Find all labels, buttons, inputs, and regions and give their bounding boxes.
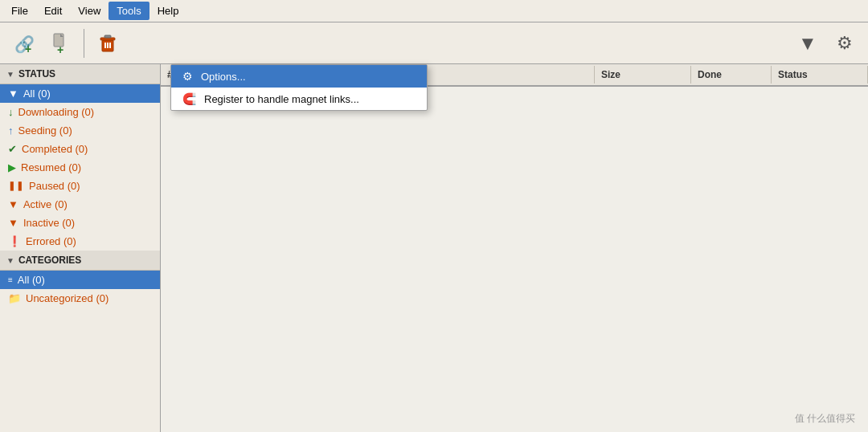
categories-section-label: CATEGORIES	[18, 255, 81, 266]
menu-help[interactable]: Help	[149, 2, 187, 20]
main-layout: ▼ STATUS ▼ All (0) ↓ Downloading (0) ↑ S…	[0, 64, 868, 432]
sidebar-item-errored[interactable]: ❗ Errored (0)	[0, 232, 160, 251]
categories-section-header: ▼ CATEGORIES	[0, 251, 160, 271]
active-icon: ▼	[8, 198, 18, 210]
menu-edit[interactable]: Edit	[36, 2, 70, 20]
filter-icon: ▼	[8, 88, 18, 100]
menu-tools[interactable]: Tools	[108, 2, 149, 20]
add-link-button[interactable]: 🔗 +	[6, 26, 40, 60]
sidebar-item-inactive-label: Inactive (0)	[23, 217, 75, 229]
completed-icon: ✔	[8, 143, 17, 155]
sidebar-item-all[interactable]: ▼ All (0)	[0, 84, 160, 103]
paused-icon: ❚❚	[8, 181, 24, 191]
sidebar-item-paused[interactable]: ❚❚ Paused (0)	[0, 177, 160, 195]
settings-button[interactable]: ⚙	[828, 26, 862, 60]
all-cat-icon: ≡	[8, 275, 13, 284]
status-chevron-icon: ▼	[6, 70, 14, 79]
sidebar-item-uncategorized-label: Uncategorized (0)	[26, 292, 108, 304]
sidebar-item-completed[interactable]: ✔ Completed (0)	[0, 140, 160, 158]
col-header-done: Done	[691, 66, 772, 84]
menu-options-item[interactable]: ⚙ Options...	[171, 65, 427, 88]
errored-icon: ❗	[8, 235, 21, 247]
col-header-status: Status	[772, 66, 868, 84]
sidebar-item-all-categories[interactable]: ≡ All (0)	[0, 271, 160, 289]
svg-text:+: +	[25, 43, 31, 55]
sidebar-item-inactive[interactable]: ▼ Inactive (0)	[0, 214, 160, 232]
download-icon: ↓	[8, 106, 14, 118]
watermark: 值 什么值得买	[795, 412, 855, 426]
svg-rect-7	[104, 35, 111, 38]
content-body	[161, 87, 868, 432]
sidebar-item-resumed[interactable]: ▶ Resumed (0)	[0, 158, 160, 177]
sidebar-item-downloading[interactable]: ↓ Downloading (0)	[0, 103, 160, 121]
seed-icon: ↑	[8, 124, 14, 137]
magnet-label: Register to handle magnet links...	[204, 93, 359, 105]
sidebar-item-completed-label: Completed (0)	[22, 143, 88, 155]
menu-file[interactable]: File	[3, 2, 36, 20]
svg-text:+: +	[57, 43, 63, 55]
sidebar-item-errored-label: Errored (0)	[26, 235, 76, 247]
sidebar-item-active-label: Active (0)	[23, 198, 68, 210]
menu-magnet-item[interactable]: 🧲 Register to handle magnet links...	[171, 88, 427, 110]
add-file-button[interactable]: +	[43, 26, 77, 60]
sidebar-item-resumed-label: Resumed (0)	[21, 161, 81, 173]
sidebar: ▼ STATUS ▼ All (0) ↓ Downloading (0) ↑ S…	[0, 64, 161, 432]
sidebar-item-uncategorized[interactable]: 📁 Uncategorized (0)	[0, 289, 160, 308]
tools-dropdown-menu: ⚙ Options... 🧲 Register to handle magnet…	[170, 64, 428, 111]
col-header-size: Size	[595, 66, 691, 84]
sidebar-item-active[interactable]: ▼ Active (0)	[0, 195, 160, 214]
magnet-icon: 🧲	[182, 92, 196, 105]
sidebar-item-all-label: All (0)	[23, 88, 51, 100]
sidebar-item-seeding[interactable]: ↑ Seeding (0)	[0, 121, 160, 140]
resumed-icon: ▶	[8, 161, 16, 173]
sidebar-item-downloading-label: Downloading (0)	[18, 106, 95, 118]
sidebar-item-paused-label: Paused (0)	[29, 180, 80, 192]
menubar: File Edit View Tools Help	[0, 0, 868, 22]
sidebar-item-all-categories-label: All (0)	[18, 274, 45, 286]
toolbar: 🔗 + + ▼ ⚙	[0, 22, 868, 64]
categories-chevron-icon: ▼	[6, 256, 14, 265]
toolbar-separator-1	[84, 29, 84, 58]
filter-button[interactable]: ▼	[791, 26, 825, 60]
remove-button[interactable]	[91, 26, 125, 60]
content-area: # Name Size Done Status	[161, 64, 868, 432]
inactive-icon: ▼	[8, 217, 18, 229]
options-label: Options...	[201, 71, 246, 83]
menu-view[interactable]: View	[70, 2, 108, 20]
status-section-header: ▼ STATUS	[0, 64, 160, 84]
folder-icon: 📁	[8, 292, 21, 304]
sidebar-item-seeding-label: Seeding (0)	[18, 124, 72, 137]
options-icon: ⚙	[182, 70, 193, 83]
status-section-label: STATUS	[18, 68, 55, 79]
